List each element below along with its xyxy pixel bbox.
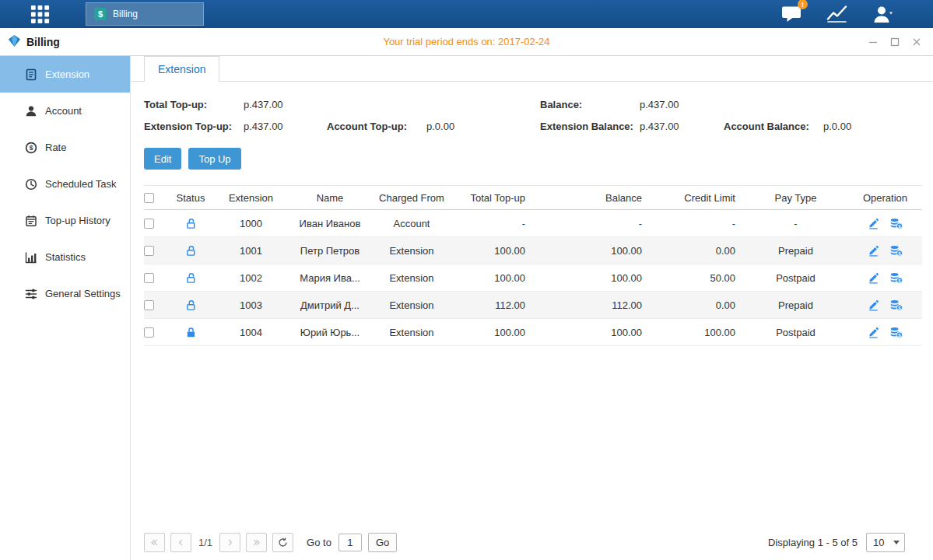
column-header-status[interactable]: Status [167,192,214,204]
sidebar-item-statistics[interactable]: Statistics [0,239,130,275]
tabbar: Extension [131,56,933,82]
topbar: $ Billing ! [0,0,933,28]
page-size-select[interactable]: 10 [866,533,905,552]
charged-from-cell: Extension [372,327,451,338]
name-cell: Иван Иванов [288,218,372,229]
summary-value: p.0.00 [426,121,454,132]
credit-limit-cell: 100.00 [650,327,743,338]
summary-value: p.437.00 [640,121,679,132]
topup-history-icon [24,214,37,227]
sidebar-item-rate[interactable]: $Rate [0,129,130,166]
column-header-extension[interactable]: Extension [214,192,288,204]
edit-icon[interactable] [868,272,879,284]
main-content: Extension Total Top-up:p.437.00Balance:p… [131,56,933,560]
topup-icon[interactable]: $ [889,272,903,284]
topup-icon[interactable]: $ [889,218,903,229]
pay-type-cell: Postpaid [743,272,848,284]
column-header-charged-from[interactable]: Charged From [372,192,451,204]
edit-icon[interactable] [868,218,879,229]
sidebar-item-scheduled-task[interactable]: Scheduled Task [0,166,130,202]
edit-icon[interactable] [868,299,879,311]
go-button[interactable]: Go [368,533,397,552]
column-header-total-top-up[interactable]: Total Top-up [451,192,533,204]
column-header-name[interactable]: Name [288,192,372,204]
page-indicator: 1/1 [198,537,212,548]
lock-open-icon[interactable] [185,299,197,311]
title-left: Billing [8,34,60,50]
topup-icon[interactable]: $ [889,327,903,338]
billing-logo-icon [8,34,21,50]
sidebar-item-top-up-history[interactable]: Top-up History [0,202,130,239]
pay-type-cell: Prepaid [743,299,848,311]
sidebar-item-label: Rate [45,142,66,153]
first-page-button[interactable] [144,533,165,552]
maximize-button[interactable] [888,35,902,49]
total-topup-cell: 100.00 [451,327,533,338]
sidebar-item-label: Account [45,105,82,117]
sidebar-item-general-settings[interactable]: General Settings [0,275,130,312]
balance-cell: 100.00 [533,245,650,257]
name-cell: Петр Петров [288,245,372,257]
extension-table: StatusExtensionNameCharged FromTotal Top… [144,185,922,346]
name-cell: Мария Ива... [288,272,372,284]
summary-value: p.0.00 [823,121,851,132]
top-up-button[interactable]: Top Up [188,148,240,170]
prev-page-button[interactable] [170,533,191,552]
topbar-right: ! [781,5,893,23]
sidebar-item-label: Top-up History [45,215,110,226]
balance-cell: 100.00 [533,272,650,284]
billing-app-tab[interactable]: $ Billing [86,2,204,26]
scheduled-task-icon [24,177,37,191]
messages-icon[interactable]: ! [781,5,801,23]
balance-cell: 100.00 [533,327,650,338]
statistics-chart-icon[interactable] [826,5,847,23]
next-page-button[interactable] [219,533,240,552]
table-row: 1002Мария Ива...Extension100.00100.0050.… [144,264,922,292]
select-all-checkbox[interactable] [144,193,154,203]
sidebar-item-account[interactable]: Account [0,93,130,129]
general-settings-icon [24,287,37,300]
sidebar-item-extension[interactable]: Extension [0,56,130,93]
summary-label: Account Balance: [724,121,823,132]
row-checkbox[interactable] [144,300,154,310]
caret-down-icon [893,541,900,544]
row-checkbox[interactable] [144,219,154,229]
goto-label: Go to [307,537,331,548]
lock-open-icon[interactable] [185,218,197,229]
row-checkbox[interactable] [144,273,154,283]
lock-open-icon[interactable] [185,272,197,284]
pay-type-cell: Postpaid [743,327,848,338]
titlebar: Billing Your trial period ends on: 2017-… [0,28,933,56]
goto-page-input[interactable] [338,534,362,551]
sidebar-item-label: Statistics [45,251,86,263]
apps-grid-icon[interactable] [28,2,51,26]
window-title: Billing [26,36,60,48]
topup-icon[interactable]: $ [889,299,903,311]
column-header-operation[interactable]: Operation [848,192,922,204]
column-header-balance[interactable]: Balance [533,192,650,204]
minimize-button[interactable] [866,35,880,49]
balance-cell: - [533,218,650,229]
topup-icon[interactable]: $ [889,245,903,257]
extension-cell: 1000 [214,218,288,229]
tab-extension[interactable]: Extension [144,56,219,82]
edit-button[interactable]: Edit [144,148,181,170]
row-checkbox[interactable] [144,327,154,338]
column-header-credit-limit[interactable]: Credit Limit [650,192,743,204]
last-page-button[interactable] [246,533,267,552]
pagination-right: Displaying 1 - 5 of 5 10 [768,533,905,552]
edit-icon[interactable] [868,327,879,338]
notification-badge: ! [798,0,808,9]
sidebar: ExtensionAccount$RateScheduled TaskTop-u… [0,56,131,560]
user-icon[interactable] [872,5,893,23]
edit-icon[interactable] [868,245,879,257]
refresh-button[interactable] [272,533,293,552]
summary-label: Extension Top-up: [144,121,244,132]
statistics-icon [24,250,37,264]
lock-closed-icon[interactable] [185,327,197,338]
row-checkbox[interactable] [144,246,154,256]
column-header-pay-type[interactable]: Pay Type [743,192,848,204]
lock-open-icon[interactable] [185,245,197,257]
close-button[interactable] [910,35,924,49]
credit-limit-cell: 0.00 [650,299,743,311]
